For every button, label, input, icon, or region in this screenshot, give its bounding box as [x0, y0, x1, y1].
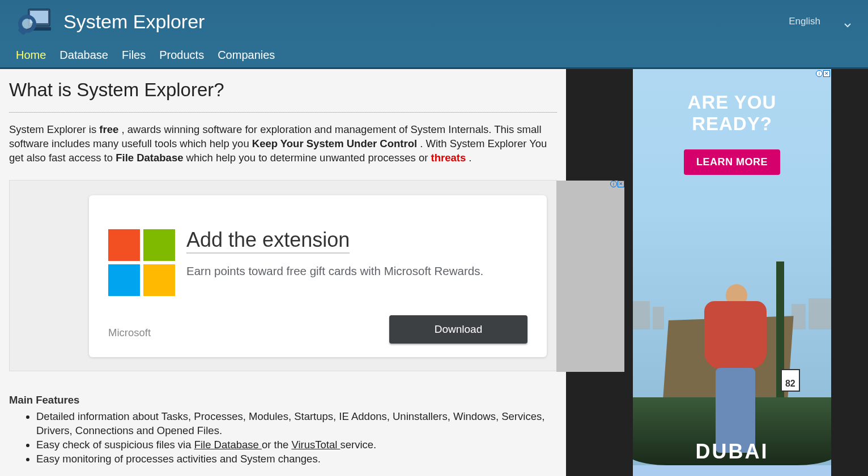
intro-paragraph: System Explorer is free , awards winning…	[9, 123, 557, 165]
feature-list: Detailed information about Tasks, Proces…	[9, 410, 557, 466]
features-heading: Main Features	[9, 394, 557, 406]
ad-brand: Microsoft	[108, 327, 151, 339]
intro-db: File Database	[116, 152, 183, 164]
ad-subtext: Earn points toward free gift cards with …	[186, 264, 483, 278]
ad-headline: Add the extension	[186, 228, 350, 252]
dubai-logo: DUBAI	[633, 440, 831, 464]
language-selector[interactable]: English	[789, 16, 851, 27]
intro-free: free	[99, 123, 118, 135]
sign-82: 82	[781, 369, 800, 392]
ad-info-icon[interactable]: i	[816, 70, 823, 77]
intro-text-e: .	[466, 152, 471, 164]
intro-text-a: System Explorer is	[9, 123, 99, 135]
sidebar-ad[interactable]: i ✕ ARE YOUREADY? LEARN MORE 82	[633, 69, 831, 465]
ad-info-badge[interactable]: i ✕	[610, 181, 624, 187]
threats-link[interactable]: threats	[431, 152, 466, 164]
sidebar-ad-title: ARE YOUREADY?	[633, 92, 831, 135]
ad-gray-strip: i ✕	[556, 181, 624, 372]
site-title: System Explorer	[63, 11, 205, 33]
main-nav: Home Database Files Products Companies	[0, 43, 868, 69]
divider	[9, 112, 557, 113]
intro-keep: Keep Your System Under Control	[252, 138, 417, 149]
page-heading: What is System Explorer?	[9, 79, 557, 101]
person-figure	[704, 301, 767, 437]
virustotal-link[interactable]: VirusTotal	[291, 439, 340, 451]
feature-item: Easy monitoring of processes activities …	[36, 452, 557, 466]
ad-close-icon[interactable]: ✕	[823, 70, 830, 77]
site-logo-icon[interactable]	[16, 5, 52, 38]
ad-close-icon[interactable]: ✕	[618, 181, 624, 187]
sidebar-column: i ✕ ARE YOUREADY? LEARN MORE 82	[633, 69, 831, 476]
feature-item: Easy check of suspicious files via File …	[36, 438, 557, 452]
sidebar-ad-scene: 82	[633, 188, 831, 465]
sidebar-ad-badge[interactable]: i ✕	[816, 70, 830, 77]
nav-home[interactable]: Home	[16, 49, 46, 62]
chevron-down-icon	[844, 19, 851, 24]
microsoft-logo-icon	[108, 229, 175, 296]
ad-card[interactable]: Add the extension Earn points toward fre…	[89, 195, 547, 357]
sidebar-ad-button[interactable]: LEARN MORE	[684, 149, 780, 175]
inline-ad-container: i ✕ Add the extension Earn points toward…	[9, 180, 557, 371]
nav-companies[interactable]: Companies	[218, 49, 275, 62]
language-label: English	[789, 16, 820, 27]
main-column: What is System Explorer? System Explorer…	[0, 69, 566, 476]
header-bar: System Explorer English	[0, 0, 868, 43]
nav-database[interactable]: Database	[59, 49, 108, 62]
svg-point-4	[22, 19, 32, 29]
content-wrap: What is System Explorer? System Explorer…	[0, 69, 868, 476]
file-database-link[interactable]: File Database	[194, 439, 262, 451]
ad-download-button[interactable]: Download	[389, 315, 527, 344]
intro-text-d: which help you to determine unwanted pro…	[183, 152, 431, 164]
ad-info-icon[interactable]: i	[610, 181, 617, 187]
nav-products[interactable]: Products	[159, 49, 204, 62]
feature-item: Detailed information about Tasks, Proces…	[36, 410, 557, 438]
nav-files[interactable]: Files	[122, 49, 146, 62]
logo-area: System Explorer	[16, 5, 205, 38]
